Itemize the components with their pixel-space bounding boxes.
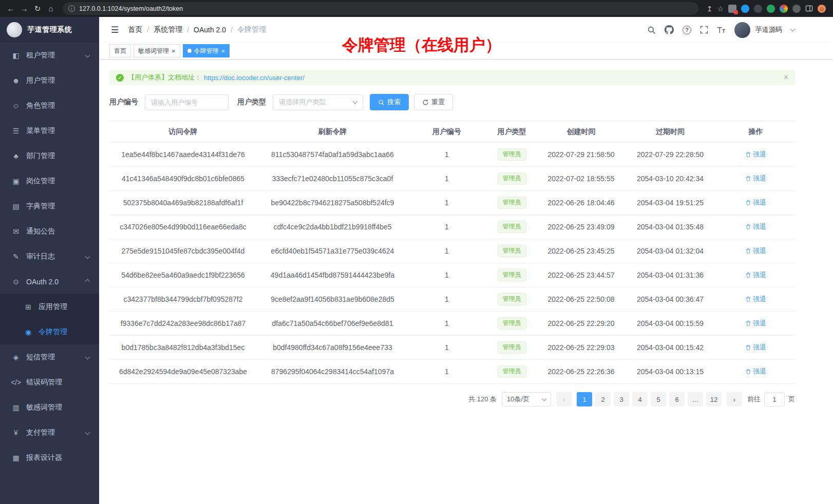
user-id-input[interactable] xyxy=(145,94,229,110)
sidebar-item[interactable]: ☰ 菜单管理 xyxy=(0,118,99,143)
cell-create-time: 2022-06-26 18:04:46 xyxy=(538,191,624,215)
fullscreen-icon[interactable] xyxy=(700,26,708,34)
breadcrumb-item[interactable]: / 系统管理 xyxy=(142,25,182,34)
sidebar-item[interactable]: </> 错误码管理 xyxy=(0,370,99,395)
force-logout-button[interactable]: 强退 xyxy=(745,150,766,159)
github-icon[interactable] xyxy=(665,25,674,34)
breadcrumb-item[interactable]: / 首页 xyxy=(128,25,142,34)
alert-text: 【用户体系】文档地址： xyxy=(128,73,201,82)
tags-view-bar: 首页 × 敏感词管理 × 令牌管理 × xyxy=(99,43,833,60)
split-view-icon[interactable] xyxy=(805,5,813,12)
sidebar-item[interactable]: ▦ 报表设计器 xyxy=(0,445,99,470)
bookmark-star-icon[interactable]: ☆ xyxy=(717,5,724,13)
extension-icon[interactable] xyxy=(741,5,749,13)
reload-icon[interactable]: ↻ xyxy=(31,2,44,15)
force-logout-button[interactable]: 强退 xyxy=(745,246,766,256)
view-tab[interactable]: 令牌管理 × xyxy=(183,44,230,57)
page-button[interactable]: 3 xyxy=(614,392,629,406)
view-tab[interactable]: 敏感词管理 × xyxy=(134,44,180,57)
user-type-select[interactable]: 请选择用户类型 xyxy=(273,94,363,110)
breadcrumb-item[interactable]: / OAuth 2.0 xyxy=(182,26,226,34)
sidebar-item[interactable]: ⊞ 应用管理 xyxy=(0,294,99,319)
sidebar-item[interactable]: ☻ 用户管理 xyxy=(0,68,99,93)
force-logout-button[interactable]: 强退 xyxy=(745,198,766,207)
force-logout-button[interactable]: 强退 xyxy=(745,367,766,376)
home-icon[interactable]: ⌂ xyxy=(44,2,58,15)
force-logout-button[interactable]: 强退 xyxy=(745,222,766,231)
total-count: 共 120 条 xyxy=(468,395,497,404)
breadcrumb-item[interactable]: / 令牌管理 xyxy=(226,25,266,34)
chevron-down-icon[interactable] xyxy=(790,27,796,32)
url-text: 127.0.0.1:1024/system/oauth2/token xyxy=(79,5,183,12)
sidebar-item[interactable]: ☺ 角色管理 xyxy=(0,93,99,118)
table-header-row: 访问令牌刷新令牌用户编号用户类型创建时间过期时间操作 xyxy=(109,121,795,143)
font-size-icon[interactable] xyxy=(717,26,726,34)
cell-expire-time: 2054-03-10 20:42:34 xyxy=(624,167,716,191)
sidebar-item[interactable]: ✉ 通知公告 xyxy=(0,219,99,244)
screen: ← → ↻ ⌂ i 127.0.0.1:1024/system/oauth2/t… xyxy=(0,0,833,504)
extension-icon[interactable] xyxy=(754,5,762,13)
alert-close-icon[interactable]: × xyxy=(784,73,788,82)
page-button[interactable]: 4 xyxy=(632,392,648,406)
page-button[interactable]: 6 xyxy=(669,392,685,406)
cell-user-id: 1 xyxy=(408,287,485,312)
user-name[interactable]: 芋道源码 xyxy=(755,25,782,34)
close-icon[interactable]: × xyxy=(221,48,225,54)
sidebar-item[interactable]: ♣ 部门管理 xyxy=(0,143,99,168)
extension-icon[interactable] xyxy=(728,5,736,13)
doc-link[interactable]: https://doc.iocoder.cn/user-center/ xyxy=(204,74,305,82)
oauth-icon: ⊙ xyxy=(10,278,22,286)
logo-image xyxy=(7,22,22,37)
page-button[interactable]: 5 xyxy=(651,392,666,406)
sidebar-item[interactable]: ▤ 字典管理 xyxy=(0,193,99,219)
sidebar-item[interactable]: ◈ 短信管理 xyxy=(0,344,99,370)
sidebar-item[interactable]: ◉ 令牌管理 xyxy=(0,319,99,344)
extension-icon[interactable] xyxy=(780,5,788,13)
column-header: 操作 xyxy=(716,121,795,143)
sidebar-item[interactable]: ✎ 审计日志 xyxy=(0,244,99,269)
close-icon[interactable]: × xyxy=(172,48,176,54)
next-page-button[interactable]: › xyxy=(727,392,742,406)
extension-icon[interactable] xyxy=(792,5,801,13)
sidebar-item[interactable]: ⊙ OAuth 2.0 xyxy=(0,269,99,294)
sidebar-item-label: 角色管理 xyxy=(26,101,91,110)
page-button[interactable]: 1 xyxy=(577,392,592,406)
chevron-icon xyxy=(85,355,90,360)
force-logout-button[interactable]: 强退 xyxy=(745,319,766,328)
view-tab-label: 令牌管理 xyxy=(194,47,219,55)
page-button[interactable]: … xyxy=(688,392,703,406)
sidebar-toggle-icon[interactable]: ☰ xyxy=(107,25,123,35)
back-icon[interactable]: ← xyxy=(4,2,17,15)
prev-page-button[interactable]: ‹ xyxy=(556,392,572,406)
forward-icon[interactable]: → xyxy=(17,2,31,15)
force-logout-button[interactable]: 强退 xyxy=(745,295,766,304)
help-icon[interactable]: ? xyxy=(683,26,691,34)
sidebar-item-label: 错误码管理 xyxy=(26,378,91,387)
address-bar[interactable]: i 127.0.0.1:1024/system/oauth2/token xyxy=(63,2,698,15)
user-avatar[interactable] xyxy=(734,22,750,38)
sidebar-item[interactable]: ▥ 敏感词管理 xyxy=(0,395,99,420)
search-button[interactable]: 搜索 xyxy=(370,94,409,110)
force-logout-button[interactable]: 强退 xyxy=(745,270,766,280)
share-icon[interactable]: ↥ xyxy=(707,5,713,13)
app-logo[interactable]: 芋道管理系统 xyxy=(0,17,99,43)
page-button[interactable]: 12 xyxy=(706,392,722,406)
cell-actions: 强退 xyxy=(716,215,795,239)
page-size-select[interactable]: 10条/页 xyxy=(502,392,551,406)
force-logout-button[interactable]: 强退 xyxy=(745,174,766,183)
sidebar-item[interactable]: ¥ 支付管理 xyxy=(0,420,99,445)
extension-icon[interactable] xyxy=(767,5,775,13)
cell-user-id: 1 xyxy=(408,239,485,263)
goto-page-input[interactable] xyxy=(764,393,785,406)
chevron-down-icon xyxy=(353,99,358,104)
sidebar-item[interactable]: ▣ 岗位管理 xyxy=(0,168,99,193)
site-info-icon[interactable]: i xyxy=(68,5,75,12)
force-logout-button[interactable]: 强退 xyxy=(745,343,766,352)
browser-profile-icon[interactable]: ☺ xyxy=(818,5,826,13)
cell-access-token: c342377bf8b344799dcbf7bf095287f2 xyxy=(109,287,257,312)
view-tab[interactable]: 首页 × xyxy=(109,44,131,57)
search-icon[interactable] xyxy=(647,26,656,34)
sidebar-item[interactable]: ◧ 租户管理 xyxy=(0,43,99,68)
reset-button[interactable]: 重置 xyxy=(414,94,453,110)
page-button[interactable]: 2 xyxy=(595,392,611,406)
